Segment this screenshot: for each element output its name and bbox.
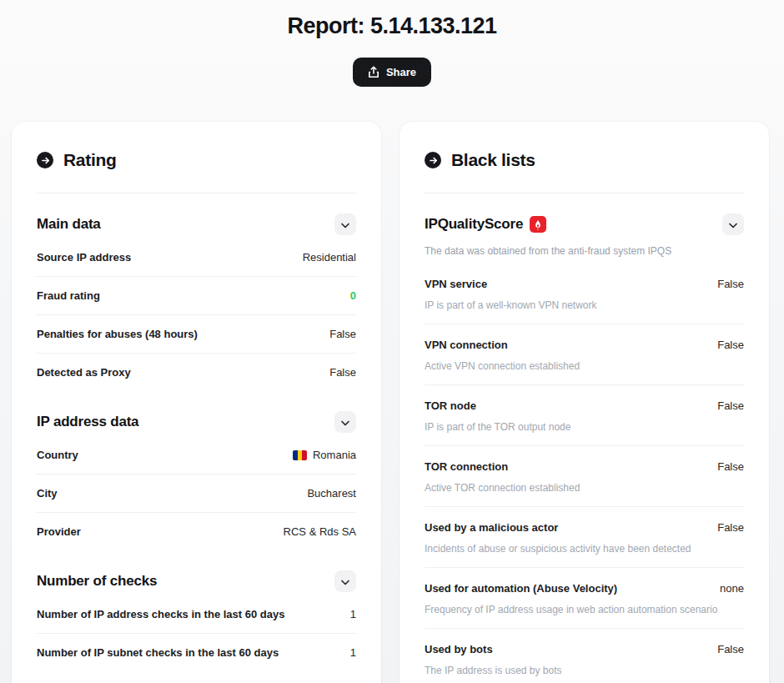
section-header-main-data: Main data (37, 213, 356, 235)
share-button[interactable]: Share (353, 58, 431, 87)
row-label: City (37, 487, 58, 500)
rating-card: Rating Main data Source IP address Resid… (12, 122, 381, 683)
row-description: Incidents of abuse or suspicious activit… (425, 543, 744, 555)
main-data-rows: Source IP address Residential Fraud rati… (37, 239, 356, 391)
arrow-right-circle-icon (37, 152, 53, 168)
page-header: Report: 5.14.133.121 (0, 0, 784, 39)
row-value: RCS & Rds SA (284, 525, 356, 538)
section-title: Number of checks (37, 573, 157, 590)
section-header-number-of-checks: Number of checks (37, 570, 356, 592)
row-value: False (717, 460, 744, 473)
row-value: 1 (350, 608, 356, 620)
row-label: Source IP address (37, 251, 131, 264)
row-label: VPN service (425, 278, 487, 290)
row-description: Frequency of IP address usage in web act… (425, 604, 744, 615)
chevron-down-icon (341, 575, 349, 588)
chevron-down-icon (341, 218, 349, 231)
cards-container: Rating Main data Source IP address Resid… (0, 122, 784, 683)
row-label: Detected as Proxy (37, 366, 131, 379)
blacklists-card-title: Black lists (451, 150, 535, 170)
blacklists-card-heading: Black lists (425, 150, 744, 170)
blacklists-card: Black lists IPQualityScore The data was … (400, 122, 769, 683)
list-item: Used for automation (Abuse Velocity) non… (425, 568, 744, 629)
table-row: Provider RCS & Rds SA (37, 513, 356, 550)
provider-subtitle: The data was obtained from the anti-frau… (425, 245, 744, 257)
share-icon (368, 66, 379, 78)
ipqualityscore-logo-icon (530, 216, 546, 233)
table-row: Fraud rating 0 (37, 277, 356, 315)
collapse-section-button[interactable] (722, 213, 744, 235)
row-label: TOR node (425, 399, 476, 412)
section-title: IP address data (37, 414, 138, 430)
table-row: City Bucharest (37, 475, 356, 513)
table-row: Detected as Proxy False (37, 354, 356, 391)
section-title: Main data (37, 216, 101, 233)
table-row: Number of IP address checks in the last … (37, 595, 356, 634)
row-label: Used by a malicious actor (425, 521, 558, 534)
row-value: Bucharest (307, 487, 356, 500)
row-value: Residential (303, 251, 356, 264)
collapse-section-button[interactable] (334, 213, 356, 235)
page-title: Report: 5.14.133.121 (0, 13, 784, 39)
table-row: Country Romania (37, 436, 356, 475)
row-label: Used for automation (Abuse Velocity) (425, 582, 617, 595)
row-value: False (329, 366, 356, 379)
row-value: False (717, 521, 744, 534)
row-value: False (717, 278, 744, 290)
row-label: VPN connection (425, 339, 508, 351)
row-label: Country (37, 449, 78, 461)
rating-card-heading: Rating (37, 150, 356, 170)
share-button-label: Share (386, 66, 416, 78)
list-item: VPN connection False Active VPN connecti… (425, 324, 744, 385)
divider (37, 193, 356, 193)
country-name: Romania (313, 449, 356, 461)
section-header-ipqualityscore: IPQualityScore (425, 213, 744, 235)
row-value: False (717, 399, 744, 412)
collapse-section-button[interactable] (334, 570, 356, 592)
row-label: Penalties for abuses (48 hours) (37, 328, 198, 340)
row-value: False (717, 339, 744, 351)
number-of-checks-rows: Number of IP address checks in the last … (37, 595, 356, 671)
chevron-down-icon (729, 218, 737, 231)
row-description: IP is part of the TOR output node (425, 421, 744, 433)
ip-address-data-rows: Country Romania City Bucharest Provider … (37, 436, 356, 550)
table-row: Number of IP subnet checks in the last 6… (37, 634, 356, 671)
share-button-container: Share (0, 58, 784, 87)
chevron-down-icon (341, 416, 349, 429)
row-label: TOR connection (425, 460, 508, 473)
arrow-right-circle-icon (425, 152, 441, 168)
section-header-ip-address-data: IP address data (37, 411, 356, 433)
row-label: Number of IP subnet checks in the last 6… (37, 646, 279, 659)
blacklist-rows: VPN service False IP is part of a well-k… (425, 264, 744, 683)
table-row: Penalties for abuses (48 hours) False (37, 315, 356, 354)
provider-name: IPQualityScore (425, 216, 523, 233)
list-item: VPN service False IP is part of a well-k… (425, 264, 744, 324)
table-row: Source IP address Residential (37, 239, 356, 277)
row-description: The IP address is used by bots (425, 665, 744, 676)
row-value: none (720, 582, 744, 595)
row-label: Number of IP address checks in the last … (37, 608, 284, 620)
list-item: Used by a malicious actor False Incident… (425, 507, 744, 568)
row-label: Used by bots (425, 643, 493, 655)
row-description: Active VPN connection established (425, 360, 744, 372)
country-value: Romania (293, 449, 356, 461)
row-value: 1 (350, 646, 356, 659)
collapse-section-button[interactable] (334, 411, 356, 433)
fraud-rating-value: 0 (350, 289, 356, 302)
list-item: Used by bots False The IP address is use… (425, 629, 744, 683)
list-item: TOR node False IP is part of the TOR out… (425, 385, 744, 446)
divider (425, 193, 744, 193)
row-description: IP is part of a well-known VPN network (425, 299, 744, 311)
row-value: False (717, 643, 744, 655)
rating-card-title: Rating (63, 150, 117, 170)
romania-flag-icon (293, 450, 307, 460)
row-label: Provider (37, 525, 81, 538)
row-label: Fraud rating (37, 289, 100, 302)
row-description: Active TOR connection established (425, 482, 744, 494)
row-value: False (329, 328, 356, 340)
list-item: TOR connection False Active TOR connecti… (425, 446, 744, 507)
